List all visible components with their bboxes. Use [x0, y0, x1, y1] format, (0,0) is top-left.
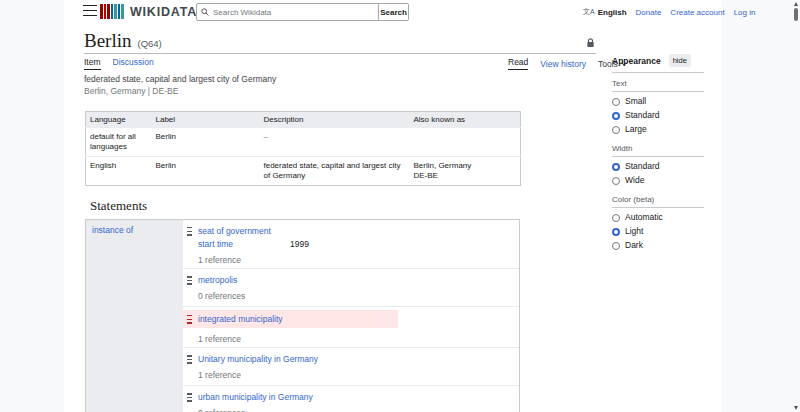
col-label: Label — [152, 112, 260, 128]
statement-values: seat of government start time 1999 1 ref… — [183, 220, 519, 412]
tab-view-history[interactable]: View history — [540, 59, 586, 69]
scrollbar-down-arrow-icon[interactable] — [794, 406, 798, 410]
term-language: default for all languages — [86, 128, 152, 157]
option-label: Light — [625, 227, 643, 236]
tab-discussion[interactable]: Discussion — [113, 57, 154, 70]
terms-header-row: Language Label Description Also known as — [86, 112, 521, 128]
statement-unitary-municipality: Unitary municipality in Germany 1 refere… — [183, 348, 519, 386]
entity-aliases: Berlin, Germany | DE-BE — [84, 86, 178, 96]
rank-selector-icon[interactable] — [187, 227, 192, 236]
value-link[interactable]: urban municipality in Germany — [198, 392, 313, 402]
option-color-light: Light — [612, 227, 704, 236]
option-width-wide: Wide — [612, 176, 704, 185]
hide-appearance-button[interactable]: hide — [669, 54, 691, 67]
references-toggle[interactable]: 1 reference — [198, 255, 519, 265]
hamburger-menu-icon[interactable] — [83, 5, 97, 16]
value-link[interactable]: metropolis — [198, 275, 237, 285]
statement-integrated-municipality: integrated municipality 1 reference — [183, 310, 519, 348]
radio-width-standard[interactable] — [612, 163, 620, 171]
scrollbar-up-arrow-icon[interactable] — [794, 2, 798, 6]
wikidata-logo-icon — [100, 4, 124, 19]
option-color-dark: Dark — [612, 241, 704, 250]
radio-text-small[interactable] — [612, 98, 620, 106]
snak-row: Unitary municipality in Germany — [183, 348, 519, 364]
option-width-standard: Standard — [612, 162, 704, 171]
rank-selector-icon[interactable] — [187, 355, 192, 364]
rank-selector-icon[interactable] — [187, 276, 192, 285]
col-also-known-as: Also known as — [410, 112, 521, 128]
option-label: Large — [625, 125, 647, 134]
tab-read[interactable]: Read — [508, 57, 528, 70]
qualifier-property-link[interactable]: start time — [198, 239, 290, 249]
wikidata-page: WIKIDATA Search 文A English Donate Create… — [0, 0, 800, 412]
search-input[interactable] — [213, 8, 374, 17]
rank-selector-icon[interactable] — [187, 393, 192, 402]
donate-link[interactable]: Donate — [636, 8, 662, 17]
snak-row: urban municipality in Germany — [183, 386, 519, 402]
option-text-small: Small — [612, 97, 704, 106]
snak-row: seat of government — [183, 220, 519, 236]
radio-color-automatic[interactable] — [612, 214, 620, 222]
col-description: Description — [260, 112, 410, 128]
tab-item[interactable]: Item — [84, 57, 101, 70]
rank-selector-deprecated-icon[interactable] — [187, 315, 192, 324]
page-tabs-right: Read View history Tools — [508, 57, 626, 70]
user-links: 文A English Donate Create account Log in — [583, 7, 755, 17]
term-description: – — [260, 128, 410, 157]
language-selector[interactable]: 文A English — [583, 7, 627, 17]
search-button[interactable]: Search — [378, 3, 409, 21]
statement-seat-of-government: seat of government start time 1999 1 ref… — [183, 220, 519, 269]
search-bar: Search — [196, 3, 409, 21]
references-toggle[interactable]: 1 reference — [198, 334, 519, 344]
term-label: Berlin — [152, 157, 260, 186]
radio-width-wide[interactable] — [612, 177, 620, 185]
alias-line: Berlin, Germany — [414, 161, 517, 171]
terms-table: Language Label Description Also known as… — [85, 111, 521, 186]
value-link[interactable]: Unitary municipality in Germany — [198, 354, 318, 364]
term-aliases: Berlin, Germany DE-BE — [410, 157, 521, 186]
language-label: English — [598, 8, 627, 17]
wikidata-logo[interactable]: WIKIDATA — [100, 4, 197, 19]
entity-description: federated state, capital and largest cit… — [84, 74, 276, 84]
wikidata-wordmark: WIKIDATA — [130, 5, 197, 19]
references-toggle[interactable]: 0 references — [198, 408, 519, 412]
scrollbar-thumb[interactable] — [794, 8, 798, 21]
create-account-link[interactable]: Create account — [670, 8, 724, 17]
references-toggle[interactable]: 1 reference — [198, 370, 519, 380]
radio-text-large[interactable] — [612, 126, 620, 134]
qualifier-value: 1999 — [290, 239, 309, 249]
radio-color-dark[interactable] — [612, 242, 620, 250]
statement-urban-municipality: urban municipality in Germany 0 referenc… — [183, 386, 519, 412]
appearance-panel: Appearance hide Text Small Standard Larg… — [612, 54, 704, 250]
section-label-width: Width — [612, 144, 704, 157]
value-link[interactable]: integrated municipality — [198, 314, 283, 324]
radio-text-standard[interactable] — [612, 112, 620, 120]
option-label: Small — [625, 97, 646, 106]
col-language: Language — [86, 112, 152, 128]
term-description: federated state, capital and largest cit… — [260, 157, 410, 186]
references-toggle[interactable]: 0 references — [198, 291, 519, 301]
option-label: Automatic — [625, 213, 663, 222]
search-field[interactable] — [196, 3, 379, 21]
value-link[interactable]: seat of government — [198, 226, 271, 236]
option-text-standard: Standard — [612, 111, 704, 120]
log-in-link[interactable]: Log in — [734, 8, 756, 17]
page-title: Berlin — [84, 30, 132, 52]
qualifier-row: start time 1999 — [198, 239, 519, 249]
term-aliases — [410, 128, 521, 157]
terms-row-english: English Berlin federated state, capital … — [86, 157, 521, 186]
appearance-title: Appearance — [612, 56, 661, 66]
statements-heading: Statements — [90, 198, 147, 214]
statement-property-cell: instance of — [86, 220, 183, 412]
page-tabs-left: Item Discussion — [84, 57, 154, 70]
option-text-large: Large — [612, 125, 704, 134]
property-instance-of-link[interactable]: instance of — [92, 225, 133, 235]
radio-color-light[interactable] — [612, 228, 620, 236]
section-label-text: Text — [612, 79, 704, 92]
title-row: Berlin (Q64) — [84, 30, 162, 52]
entity-id: (Q64) — [138, 38, 162, 49]
option-label: Dark — [625, 241, 643, 250]
scrollbar[interactable] — [792, 0, 800, 412]
section-label-color: Color (beta) — [612, 195, 704, 208]
search-icon — [201, 8, 209, 16]
